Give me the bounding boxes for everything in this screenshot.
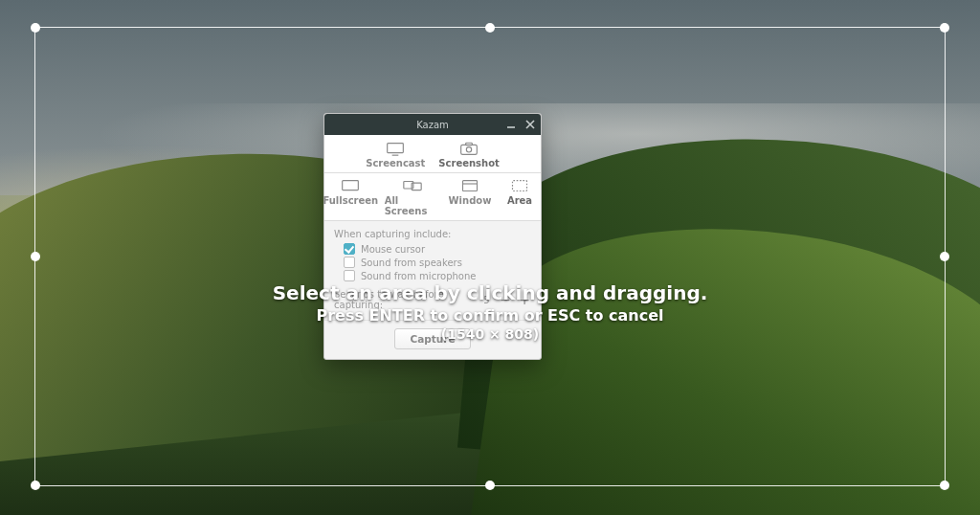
option-label: Sound from microphone (361, 271, 476, 281)
mode-label: Fullscreen (323, 195, 378, 206)
checkbox-sound-speakers[interactable] (344, 257, 355, 268)
mode-label: All Screens (385, 195, 441, 216)
minimize-button[interactable] (504, 118, 518, 131)
option-mouse-cursor: Mouse cursor (344, 243, 531, 255)
include-label: When capturing include: (334, 229, 531, 239)
svg-rect-11 (463, 180, 478, 190)
mode-window[interactable]: Window (449, 178, 491, 216)
svg-rect-3 (388, 143, 404, 152)
kazam-window: Kazam Screencast Screenshot Fullscreen (323, 113, 542, 360)
window-icon (460, 178, 479, 193)
resize-handle-e[interactable] (940, 252, 949, 261)
resize-handle-ne[interactable] (940, 23, 949, 33)
svg-rect-8 (343, 180, 359, 190)
mode-toolbar-secondary: Fullscreen All Screens Window Area (324, 173, 541, 221)
titlebar[interactable]: Kazam (324, 114, 541, 135)
resize-handle-se[interactable] (940, 481, 949, 490)
allscreens-icon (403, 178, 422, 193)
screenshot-icon (459, 141, 479, 156)
close-button[interactable] (523, 118, 537, 131)
fullscreen-icon (341, 178, 360, 193)
desktop-wallpaper: Kazam Screencast Screenshot Fullscreen (0, 0, 980, 515)
checkbox-mouse-cursor[interactable] (344, 243, 355, 255)
mode-label: Area (507, 195, 532, 206)
svg-point-6 (466, 146, 471, 151)
svg-rect-7 (466, 143, 473, 146)
svg-rect-13 (513, 180, 527, 190)
tab-label: Screencast (366, 158, 425, 168)
option-sound-microphone: Sound from microphone (344, 270, 531, 281)
area-icon (510, 178, 529, 193)
window-title: Kazam (416, 120, 449, 130)
tab-screenshot[interactable]: Screenshot (438, 141, 499, 168)
divider (324, 320, 541, 321)
screencast-icon (386, 141, 405, 156)
delay-value: 5 (479, 295, 493, 305)
resize-handle-nw[interactable] (31, 23, 40, 33)
option-label: Mouse cursor (361, 244, 425, 255)
mode-label: Window (449, 195, 492, 206)
delay-label: Seconds to wait before capturing: (334, 289, 474, 310)
option-label: Sound from speakers (361, 258, 462, 268)
resize-handle-sw[interactable] (31, 481, 40, 490)
delay-increment[interactable]: + (518, 292, 531, 307)
mode-toolbar-primary: Screencast Screenshot (324, 135, 541, 173)
capture-button[interactable]: Capture (394, 328, 471, 349)
delay-decrement[interactable]: − (499, 292, 512, 307)
resize-handle-w[interactable] (31, 252, 40, 261)
resize-handle-n[interactable] (485, 23, 495, 33)
mode-fullscreen[interactable]: Fullscreen (324, 178, 377, 216)
tab-screencast[interactable]: Screencast (366, 141, 425, 168)
option-sound-speakers: Sound from speakers (344, 257, 531, 268)
window-body: When capturing include: Mouse cursor Sou… (324, 221, 541, 359)
mode-allscreens[interactable]: All Screens (385, 178, 441, 216)
svg-rect-5 (461, 145, 478, 154)
mode-area[interactable]: Area (499, 178, 541, 216)
tab-label: Screenshot (438, 158, 499, 168)
checkbox-sound-microphone[interactable] (344, 270, 355, 281)
delay-row: Seconds to wait before capturing: 5 − + (334, 289, 531, 310)
resize-handle-s[interactable] (485, 481, 495, 490)
